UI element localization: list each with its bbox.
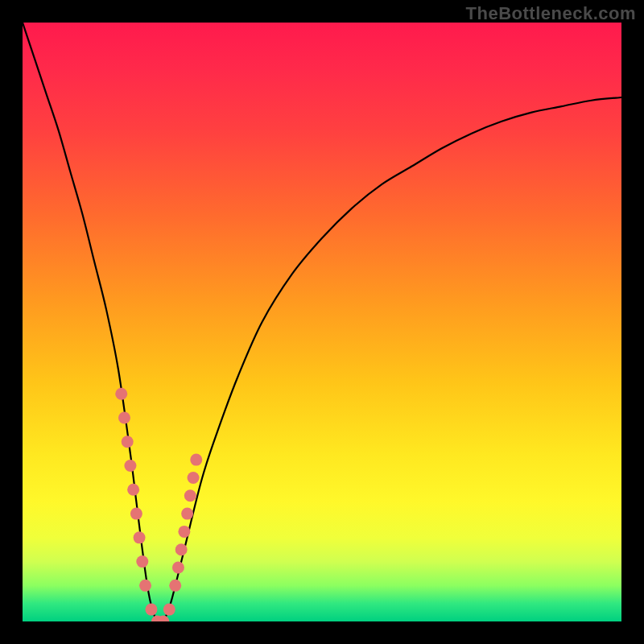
marker-point bbox=[184, 489, 196, 502]
bottleneck-curve-path bbox=[23, 23, 621, 621]
curve-svg bbox=[23, 23, 621, 621]
brand-watermark: TheBottleneck.com bbox=[466, 3, 636, 24]
marker-point bbox=[130, 508, 142, 520]
marker-point bbox=[188, 472, 200, 484]
marker-point bbox=[163, 604, 175, 616]
marker-group bbox=[115, 388, 202, 621]
marker-point bbox=[178, 526, 190, 538]
marker-point bbox=[145, 604, 157, 616]
marker-point bbox=[115, 388, 127, 400]
marker-point bbox=[172, 562, 184, 574]
marker-point bbox=[127, 484, 139, 496]
marker-point bbox=[122, 436, 134, 448]
marker-point bbox=[175, 543, 188, 555]
plot-area bbox=[23, 23, 621, 621]
marker-point bbox=[136, 555, 148, 568]
marker-point bbox=[190, 454, 202, 466]
chart-stage: TheBottleneck.com bbox=[0, 0, 644, 644]
marker-point bbox=[169, 580, 181, 592]
marker-point bbox=[118, 412, 130, 424]
marker-point bbox=[181, 508, 193, 520]
marker-point bbox=[134, 531, 146, 543]
marker-point bbox=[124, 460, 136, 472]
marker-point bbox=[139, 580, 151, 592]
